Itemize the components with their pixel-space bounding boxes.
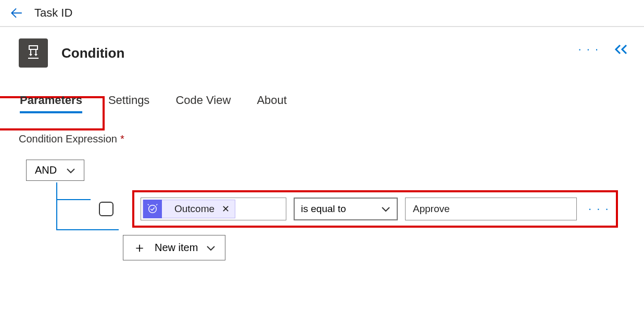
svg-rect-0 [29, 46, 37, 49]
collapse-panel-button[interactable] [614, 44, 629, 55]
condition-value-input[interactable] [405, 198, 577, 220]
tab-about[interactable]: About [257, 94, 287, 111]
condition-expression-label: Condition Expression* [19, 133, 625, 145]
condition-icon [19, 38, 48, 68]
chevron-down-icon [206, 245, 216, 251]
tab-parameters[interactable]: Parameters [20, 94, 82, 111]
back-arrow-icon [9, 6, 23, 20]
condition-row: Outcome ✕ is equal to · · · [132, 190, 618, 228]
field-token-chip[interactable]: Outcome ✕ [143, 200, 235, 218]
more-dots-icon: · · · [588, 202, 610, 215]
condition-operator-value: is equal to [301, 203, 346, 215]
tab-code-view[interactable]: Code View [175, 94, 231, 111]
new-item-button[interactable]: ＋ New item [123, 235, 225, 260]
condition-row-more-button[interactable]: · · · [588, 202, 610, 216]
field-token-label: Outcome [174, 203, 214, 215]
remove-token-button[interactable]: ✕ [222, 203, 230, 215]
condition-row-checkbox[interactable] [99, 202, 113, 216]
back-button[interactable] [9, 6, 23, 20]
dynamic-content-icon [143, 200, 162, 218]
required-asterisk: * [120, 133, 124, 145]
remove-x-icon: ✕ [222, 204, 230, 214]
panel-more-button[interactable]: · · · [578, 43, 599, 56]
condition-field-input[interactable]: Outcome ✕ [141, 198, 286, 220]
logic-operator-select[interactable]: AND [26, 160, 84, 181]
svg-point-1 [149, 205, 157, 213]
condition-flow-icon [24, 44, 43, 62]
condition-operator-select[interactable]: is equal to [294, 198, 398, 220]
condition-expression-label-text: Condition Expression [19, 133, 117, 145]
plus-icon: ＋ [133, 239, 146, 257]
tree-horizontal-line-2 [56, 229, 119, 230]
logic-operator-value: AND [35, 164, 57, 176]
chevron-down-icon [381, 206, 390, 212]
more-dots-icon: · · · [578, 43, 599, 56]
tab-settings[interactable]: Settings [108, 94, 150, 111]
chevron-down-icon [66, 167, 75, 174]
new-item-label: New item [155, 242, 198, 254]
panel-title: Condition [61, 45, 124, 61]
collapse-chevrons-icon [614, 44, 629, 55]
page-title: Task ID [34, 6, 72, 20]
